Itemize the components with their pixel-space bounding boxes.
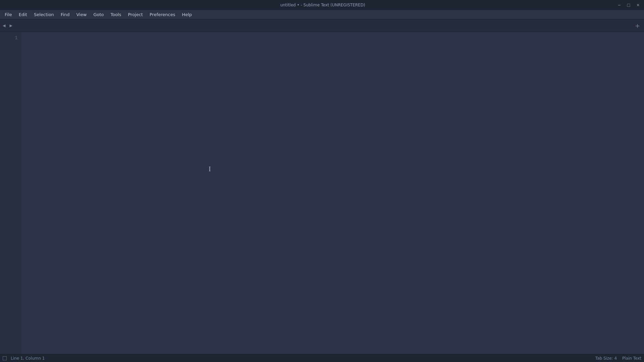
menu-edit[interactable]: Edit: [15, 11, 31, 18]
menu-bar: File Edit Selection Find View Goto Tools…: [0, 10, 644, 19]
window-controls: − □ ×: [616, 2, 641, 8]
status-left: Line 1, Column 1: [3, 356, 45, 361]
menu-goto[interactable]: Goto: [90, 11, 107, 18]
tab-bar: ◀ ▶ +: [0, 19, 644, 32]
status-right: Tab Size: 4 Plain Text: [595, 356, 641, 361]
title-bar: untitled • - Sublime Text (UNREGISTERED)…: [0, 0, 644, 10]
menu-selection[interactable]: Selection: [31, 11, 57, 18]
line-number-1: 1: [0, 34, 18, 42]
tab-size[interactable]: Tab Size: 4: [595, 356, 617, 361]
cursor-position[interactable]: Line 1, Column 1: [11, 356, 45, 361]
sidebar-toggle-button[interactable]: ◀: [1, 23, 7, 28]
editor-content[interactable]: I: [22, 32, 644, 354]
menu-tools[interactable]: Tools: [107, 11, 124, 18]
menu-view[interactable]: View: [73, 11, 90, 18]
minimize-button[interactable]: −: [616, 2, 623, 8]
syntax-label[interactable]: Plain Text: [622, 356, 641, 361]
menu-help[interactable]: Help: [178, 11, 195, 18]
status-checkbox[interactable]: [3, 356, 7, 360]
line-numbers: 1: [0, 32, 22, 354]
menu-preferences[interactable]: Preferences: [146, 11, 178, 18]
close-button[interactable]: ×: [635, 2, 641, 8]
new-tab-button[interactable]: +: [631, 19, 644, 32]
text-cursor: I: [209, 166, 209, 172]
maximize-button[interactable]: □: [625, 2, 632, 8]
status-bar: Line 1, Column 1 Tab Size: 4 Plain Text: [0, 354, 644, 362]
menu-project[interactable]: Project: [124, 11, 146, 18]
window-title: untitled • - Sublime Text (UNREGISTERED): [30, 3, 616, 7]
play-button[interactable]: ▶: [8, 23, 13, 28]
menu-file[interactable]: File: [1, 11, 15, 18]
menu-find[interactable]: Find: [57, 11, 73, 18]
editor-container: 1 I: [0, 32, 644, 354]
tab-left-controls: ◀ ▶: [0, 19, 15, 32]
